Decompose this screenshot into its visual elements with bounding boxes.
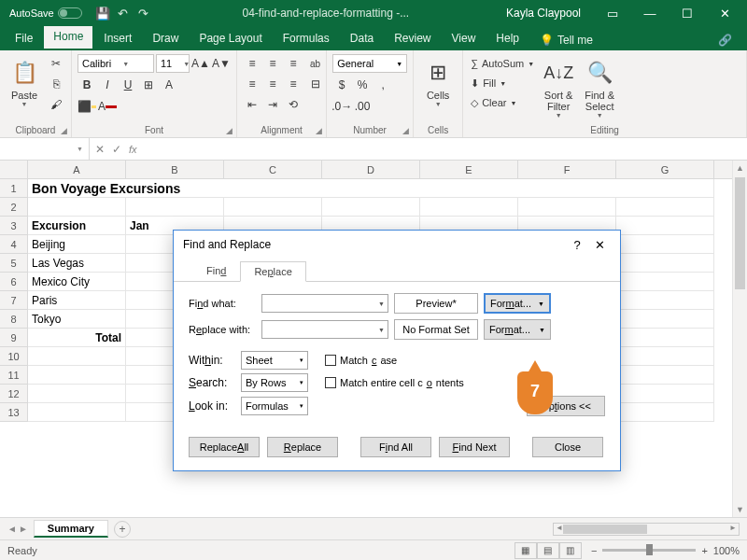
- col-header[interactable]: B: [126, 161, 224, 178]
- tell-me-search[interactable]: 💡 Tell me: [530, 30, 602, 50]
- paste-button[interactable]: 📋 Paste ▼: [6, 54, 43, 109]
- select-all-corner[interactable]: [0, 161, 28, 178]
- col-header[interactable]: A: [28, 161, 126, 178]
- launcher-icon[interactable]: ◢: [61, 126, 67, 135]
- row-header[interactable]: 1: [0, 179, 28, 198]
- border-button[interactable]: ⊞: [139, 76, 158, 94]
- search-select[interactable]: By Rows▾: [241, 373, 308, 392]
- help-icon[interactable]: ?: [566, 238, 588, 252]
- more-font-icon[interactable]: A: [160, 76, 178, 94]
- cell[interactable]: [126, 198, 224, 217]
- close-button[interactable]: Close: [532, 437, 603, 457]
- row-header[interactable]: 10: [0, 347, 28, 366]
- name-box[interactable]: ▼: [0, 138, 90, 160]
- wrap-text-button[interactable]: ab: [310, 54, 320, 73]
- zoom-out-icon[interactable]: −: [591, 545, 597, 556]
- save-icon[interactable]: 💾: [95, 6, 110, 21]
- sheet-tab-summary[interactable]: Summary: [34, 520, 108, 538]
- currency-icon[interactable]: $: [332, 76, 351, 94]
- scroll-down-icon[interactable]: ▼: [733, 502, 747, 517]
- align-top-icon[interactable]: ≡: [243, 54, 261, 73]
- clear-button[interactable]: ◇Clear ▼: [469, 93, 536, 112]
- within-select[interactable]: Sheet▾: [241, 351, 308, 370]
- find-select-button[interactable]: 🔍 Find & Select▼: [581, 54, 618, 120]
- cell[interactable]: Tokyo: [28, 310, 126, 329]
- cell[interactable]: [616, 403, 714, 422]
- cell[interactable]: [224, 198, 322, 217]
- tab-page-layout[interactable]: Page Layout: [190, 28, 271, 50]
- decrease-indent-icon[interactable]: ⇤: [243, 95, 261, 114]
- align-bottom-icon[interactable]: ≡: [284, 54, 303, 73]
- align-right-icon[interactable]: ≡: [284, 75, 303, 93]
- format-painter-icon[interactable]: 🖌: [47, 95, 65, 114]
- cancel-formula-icon[interactable]: ✕: [95, 143, 105, 156]
- cell[interactable]: [616, 329, 714, 347]
- cell[interactable]: [616, 310, 714, 329]
- share-icon[interactable]: 🔗: [709, 30, 741, 50]
- replace-all-button[interactable]: Replace All: [189, 437, 260, 457]
- look-in-select[interactable]: Formulas▾: [241, 397, 308, 415]
- orientation-icon[interactable]: ⟲: [284, 95, 303, 114]
- fx-icon[interactable]: fx: [129, 144, 137, 155]
- cell[interactable]: [28, 347, 126, 366]
- cell[interactable]: Paris: [28, 291, 126, 310]
- page-break-view-icon[interactable]: ▥: [559, 542, 582, 559]
- close-dialog-icon[interactable]: ✕: [588, 238, 611, 252]
- row-header[interactable]: 13: [0, 403, 28, 422]
- tab-replace[interactable]: Replace: [240, 261, 305, 282]
- match-entire-checkbox[interactable]: Match entire cell contents: [325, 377, 464, 388]
- cell[interactable]: Bon Voyage Excursions: [28, 179, 714, 198]
- cell[interactable]: [420, 198, 518, 217]
- col-header[interactable]: C: [224, 161, 322, 178]
- align-middle-icon[interactable]: ≡: [263, 54, 282, 73]
- find-all-button[interactable]: Find All: [360, 437, 431, 457]
- undo-icon[interactable]: ↶: [116, 6, 131, 21]
- cell[interactable]: [616, 235, 714, 254]
- align-left-icon[interactable]: ≡: [243, 75, 261, 93]
- enter-formula-icon[interactable]: ✓: [112, 143, 121, 156]
- tab-review[interactable]: Review: [385, 28, 440, 50]
- maximize-icon[interactable]: ☐: [669, 0, 706, 26]
- find-next-button[interactable]: Find Next: [439, 437, 510, 457]
- percent-icon[interactable]: %: [353, 76, 372, 94]
- launcher-icon[interactable]: ◢: [402, 126, 409, 135]
- add-sheet-button[interactable]: +: [114, 521, 131, 538]
- horizontal-scrollbar[interactable]: ◄►: [553, 523, 740, 536]
- col-header[interactable]: D: [322, 161, 420, 178]
- cell[interactable]: [616, 217, 714, 235]
- zoom-slider[interactable]: [602, 549, 696, 552]
- zoom-level[interactable]: 100%: [713, 545, 740, 556]
- col-header[interactable]: F: [518, 161, 616, 178]
- prev-sheet-icon[interactable]: ◄: [7, 524, 17, 534]
- row-header[interactable]: 2: [0, 198, 28, 217]
- row-header[interactable]: 12: [0, 385, 28, 403]
- cell[interactable]: [616, 291, 714, 310]
- cells-button[interactable]: ⊞ Cells ▼: [419, 54, 457, 109]
- sort-filter-button[interactable]: A↓Z Sort & Filter▼: [540, 54, 577, 120]
- copy-icon[interactable]: ⎘: [47, 75, 65, 93]
- cut-icon[interactable]: ✂: [47, 54, 65, 73]
- cell[interactable]: [616, 273, 714, 291]
- col-header[interactable]: E: [420, 161, 518, 178]
- cell[interactable]: [28, 403, 126, 422]
- tab-help[interactable]: Help: [486, 28, 529, 50]
- number-format-select[interactable]: General▼: [332, 54, 407, 73]
- scroll-thumb[interactable]: [735, 177, 745, 289]
- row-header[interactable]: 7: [0, 291, 28, 310]
- vertical-scrollbar[interactable]: ▲ ▼: [732, 161, 747, 517]
- row-header[interactable]: 11: [0, 366, 28, 385]
- scroll-up-icon[interactable]: ▲: [733, 161, 747, 175]
- autosum-button[interactable]: ∑AutoSum ▼: [469, 54, 536, 73]
- normal-view-icon[interactable]: ▦: [514, 542, 537, 559]
- page-layout-view-icon[interactable]: ▤: [537, 542, 559, 559]
- cell[interactable]: [518, 198, 616, 217]
- ribbon-options-icon[interactable]: ▭: [594, 0, 631, 26]
- match-case-checkbox[interactable]: Match case: [325, 355, 397, 366]
- tab-find[interactable]: Find: [192, 260, 240, 281]
- decrease-decimal-icon[interactable]: .00: [353, 97, 372, 116]
- cell[interactable]: [616, 198, 714, 217]
- font-size-select[interactable]: 11▼: [156, 54, 190, 73]
- find-what-input[interactable]: ▼: [261, 294, 388, 313]
- decrease-font-icon[interactable]: A▼: [212, 54, 231, 73]
- col-header[interactable]: G: [616, 161, 714, 178]
